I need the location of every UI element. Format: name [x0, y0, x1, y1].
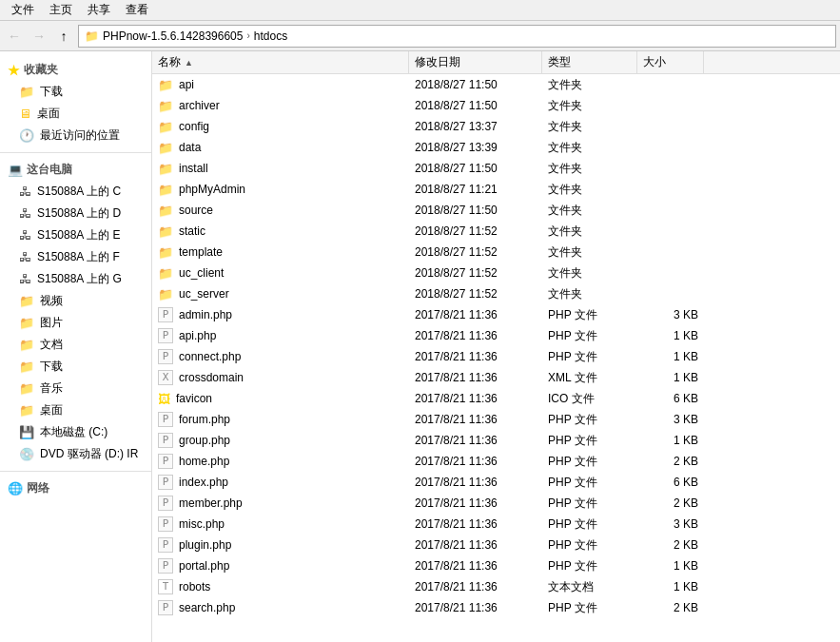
menu-view[interactable]: 查看 — [118, 0, 156, 20]
sidebar-favorites-header[interactable]: ★ 收藏夹 — [0, 59, 151, 81]
file-size-cell — [637, 95, 704, 116]
xml-file-icon: X — [158, 370, 173, 384]
table-row[interactable]: T robots 2017/8/21 11:36 文本文档 1 KB — [152, 576, 840, 597]
file-name-label: archiver — [179, 99, 220, 112]
sidebar-item-dvd-drive[interactable]: 💿 DVD 驱动器 (D:) IR — [0, 443, 151, 465]
file-name-label: crossdomain — [179, 371, 244, 384]
file-size-cell — [637, 242, 704, 263]
sidebar-item-downloads1[interactable]: 📁 下载 — [0, 81, 151, 103]
col-header-name[interactable]: 名称 ▲ — [152, 51, 409, 73]
file-date-cell: 2017/8/21 11:36 — [409, 409, 542, 430]
sidebar-item-label: S15088A 上的 E — [37, 227, 120, 243]
drive-icon: 🖧 — [19, 250, 31, 264]
file-name-cell: P forum.php — [152, 409, 409, 430]
file-name-cell: 📁 config — [152, 116, 409, 137]
sidebar-item-drive-e[interactable]: 🖧 S15088A 上的 E — [0, 224, 151, 246]
table-row[interactable]: 📁 static 2018/8/27 11:52 文件夹 — [152, 221, 840, 242]
sidebar-item-videos[interactable]: 📁 视频 — [0, 290, 151, 312]
table-row[interactable]: P misc.php 2017/8/21 11:36 PHP 文件 3 KB — [152, 514, 840, 535]
table-row[interactable]: 📁 uc_server 2018/8/27 11:52 文件夹 — [152, 283, 840, 304]
file-name-cell: P connect.php — [152, 346, 409, 367]
sidebar-item-label: S15088A 上的 G — [37, 271, 122, 287]
folder-icon: 🖥 — [19, 107, 31, 121]
php-file-icon: P — [158, 600, 173, 614]
file-size-cell — [637, 200, 704, 221]
table-row[interactable]: 📁 config 2018/8/27 13:37 文件夹 — [152, 116, 840, 137]
sidebar-network-header[interactable]: 🌐 网络 — [0, 477, 151, 499]
sidebar-favorites-section: ★ 收藏夹 📁 下载 🖥 桌面 🕐 最近访问的位置 — [0, 55, 151, 150]
file-name-cell: P api.php — [152, 325, 409, 346]
table-row[interactable]: P admin.php 2017/8/21 11:36 PHP 文件 3 KB — [152, 304, 840, 325]
address-segment-current[interactable]: htdocs — [254, 29, 287, 43]
sidebar-thispc-section: 💻 这台电脑 🖧 S15088A 上的 C 🖧 S15088A 上的 D 🖧 S… — [0, 155, 151, 469]
table-row[interactable]: P connect.php 2017/8/21 11:36 PHP 文件 1 K… — [152, 346, 840, 367]
file-date-cell: 2017/8/21 11:36 — [409, 388, 542, 409]
file-date-cell: 2017/8/21 11:36 — [409, 472, 542, 493]
table-row[interactable]: P index.php 2017/8/21 11:36 PHP 文件 6 KB — [152, 472, 840, 493]
sidebar-item-drive-f[interactable]: 🖧 S15088A 上的 F — [0, 246, 151, 268]
menu-file[interactable]: 文件 — [4, 0, 42, 20]
table-row[interactable]: P member.php 2017/8/21 11:36 PHP 文件 2 KB — [152, 493, 840, 514]
sidebar-item-recent[interactable]: 🕐 最近访问的位置 — [0, 125, 151, 146]
table-row[interactable]: 🖼 favicon 2017/8/21 11:36 ICO 文件 6 KB — [152, 388, 840, 409]
up-button[interactable]: ↑ — [53, 26, 74, 47]
sidebar-item-label: S15088A 上的 F — [37, 249, 120, 265]
file-name-label: group.php — [179, 434, 230, 447]
php-file-icon: P — [158, 307, 173, 321]
file-date-cell: 2017/8/21 11:36 — [409, 555, 542, 576]
table-row[interactable]: 📁 install 2018/8/27 11:50 文件夹 — [152, 158, 840, 179]
table-row[interactable]: P home.php 2017/8/21 11:36 PHP 文件 2 KB — [152, 451, 840, 472]
file-size-cell — [637, 158, 704, 179]
file-name-cell: P search.php — [152, 597, 409, 618]
file-size-cell — [637, 283, 704, 304]
sidebar-item-documents[interactable]: 📁 文档 — [0, 334, 151, 356]
folder-icon: 📁 — [158, 78, 173, 92]
sidebar-item-music[interactable]: 📁 音乐 — [0, 378, 151, 399]
file-name-label: search.php — [179, 601, 235, 614]
table-row[interactable]: P api.php 2017/8/21 11:36 PHP 文件 1 KB — [152, 325, 840, 346]
sidebar-item-label: 下载 — [40, 359, 63, 375]
file-type-cell: 文件夹 — [542, 283, 637, 304]
sidebar-favorites-label: 收藏夹 — [24, 62, 58, 78]
file-name-label: config — [179, 120, 209, 133]
table-row[interactable]: 📁 data 2018/8/27 13:39 文件夹 — [152, 137, 840, 158]
file-name-label: source — [179, 204, 213, 217]
toolbar: ← → ↑ 📁 PHPnow-1.5.6.1428396605 › htdocs — [0, 21, 840, 51]
table-row[interactable]: P search.php 2017/8/21 11:36 PHP 文件 2 KB — [152, 597, 840, 618]
table-row[interactable]: P group.php 2017/8/21 11:36 PHP 文件 1 KB — [152, 430, 840, 451]
sidebar-item-desktop2[interactable]: 📁 桌面 — [0, 399, 151, 421]
sidebar-item-desktop1[interactable]: 🖥 桌面 — [0, 103, 151, 125]
col-header-size[interactable]: 大小 — [637, 51, 704, 73]
sidebar-item-downloads2[interactable]: 📁 下载 — [0, 356, 151, 378]
forward-button[interactable]: → — [29, 26, 49, 47]
sidebar-thispc-header[interactable]: 💻 这台电脑 — [0, 159, 151, 181]
table-row[interactable]: 📁 phpMyAdmin 2018/8/27 11:21 文件夹 — [152, 179, 840, 200]
table-row[interactable]: P forum.php 2017/8/21 11:36 PHP 文件 3 KB — [152, 409, 840, 430]
table-row[interactable]: P plugin.php 2017/8/21 11:36 PHP 文件 2 KB — [152, 535, 840, 555]
table-row[interactable]: 📁 template 2018/8/27 11:52 文件夹 — [152, 242, 840, 263]
table-row[interactable]: 📁 api 2018/8/27 11:50 文件夹 — [152, 74, 840, 95]
file-date-cell: 2017/8/21 11:36 — [409, 597, 542, 618]
file-date-cell: 2017/8/21 11:36 — [409, 304, 542, 325]
table-row[interactable]: P portal.php 2017/8/21 11:36 PHP 文件 1 KB — [152, 555, 840, 576]
file-date-cell: 2018/8/27 11:52 — [409, 263, 542, 283]
sidebar-item-drive-d[interactable]: 🖧 S15088A 上的 D — [0, 203, 151, 224]
table-row[interactable]: 📁 uc_client 2018/8/27 11:52 文件夹 — [152, 263, 840, 283]
file-type-cell: PHP 文件 — [542, 451, 637, 472]
col-header-date[interactable]: 修改日期 — [409, 51, 542, 73]
file-date-cell: 2018/8/27 13:37 — [409, 116, 542, 137]
table-row[interactable]: X crossdomain 2017/8/21 11:36 XML 文件 1 K… — [152, 367, 840, 388]
table-row[interactable]: 📁 source 2018/8/27 11:50 文件夹 — [152, 200, 840, 221]
sidebar-item-local-disk[interactable]: 💾 本地磁盘 (C:) — [0, 421, 151, 443]
sidebar-item-drive-c[interactable]: 🖧 S15088A 上的 C — [0, 181, 151, 203]
ico-file-icon: 🖼 — [158, 392, 170, 406]
menu-share[interactable]: 共享 — [80, 0, 118, 20]
sidebar-item-pictures[interactable]: 📁 图片 — [0, 312, 151, 334]
sidebar-item-drive-g[interactable]: 🖧 S15088A 上的 G — [0, 268, 151, 290]
folder-icon: 📁 — [19, 381, 34, 396]
back-button[interactable]: ← — [4, 26, 25, 47]
table-row[interactable]: 📁 archiver 2018/8/27 11:50 文件夹 — [152, 95, 840, 116]
menu-home[interactable]: 主页 — [42, 0, 80, 20]
address-segment-parent[interactable]: PHPnow-1.5.6.1428396605 — [103, 29, 243, 43]
col-header-type[interactable]: 类型 — [542, 51, 637, 73]
